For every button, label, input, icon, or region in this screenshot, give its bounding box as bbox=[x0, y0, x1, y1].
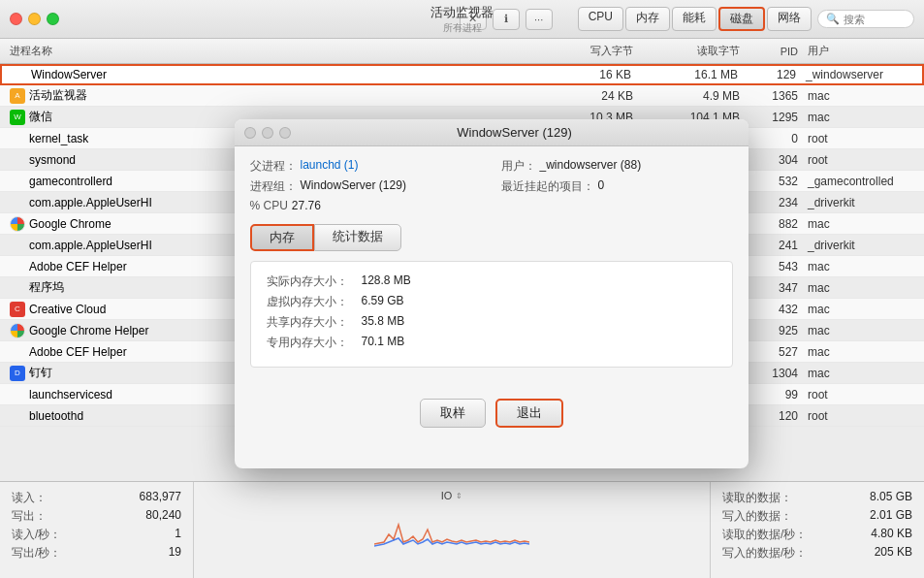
proc-pid-cell: 99 bbox=[749, 388, 808, 401]
bottom-right-row: 读取的数据：8.05 GB bbox=[722, 490, 912, 506]
proc-user-cell: root bbox=[808, 388, 914, 401]
bottom-right-row: 读取的数据/秒：4.80 KB bbox=[722, 527, 912, 543]
proc-pid-cell: 0 bbox=[749, 132, 808, 145]
app-subtitle: 所有进程 bbox=[430, 21, 494, 35]
table-row[interactable]: A 活动监视器 24 KB 4.9 MB 1365 mac bbox=[0, 85, 924, 107]
proc-name-text: Adobe CEF Helper bbox=[29, 260, 127, 273]
proc-name-text: 钉钉 bbox=[29, 365, 52, 381]
modal-close[interactable] bbox=[244, 127, 256, 139]
mem-value: 70.1 MB bbox=[362, 335, 405, 351]
proc-user-cell: root bbox=[808, 153, 914, 167]
proc-user-cell: mac bbox=[808, 367, 914, 380]
modal-minimize[interactable] bbox=[262, 127, 273, 139]
proc-user-cell: mac bbox=[808, 89, 914, 103]
modal-title-bar: WindowServer (129) bbox=[235, 119, 749, 146]
tab-memory[interactable]: 内存 bbox=[625, 7, 670, 31]
proc-pid-cell: 120 bbox=[749, 409, 808, 423]
io-sort-icon: ⇕ bbox=[456, 492, 462, 500]
bottom-right-label: 读取的数据： bbox=[722, 490, 792, 506]
header-read[interactable]: 读取字节 bbox=[643, 44, 749, 58]
modal-mem-row: 共享内存大小：35.8 MB bbox=[267, 314, 717, 331]
modal-mem-row: 实际内存大小：128.8 MB bbox=[267, 273, 717, 290]
close-button[interactable] bbox=[10, 13, 22, 25]
search-input[interactable] bbox=[844, 14, 911, 25]
title-bar: 活动监视器 所有进程 ✕ ℹ ··· CPU 内存 能耗 磁盘 网络 🔍 bbox=[0, 0, 924, 39]
bottom-left-value: 683,977 bbox=[140, 490, 181, 506]
modal-dialog[interactable]: WindowServer (129) 父进程： launchd (1) 用户： … bbox=[235, 119, 749, 468]
proc-pid-cell: 882 bbox=[749, 217, 808, 231]
search-box[interactable]: 🔍 bbox=[817, 10, 914, 28]
proc-pid-cell: 527 bbox=[749, 345, 808, 359]
minimize-button[interactable] bbox=[28, 13, 41, 25]
proc-user-cell: mac bbox=[808, 281, 914, 295]
sample-button[interactable]: 取样 bbox=[420, 399, 486, 428]
table-header: 进程名称 写入字节 读取字节 PID 用户 bbox=[0, 39, 924, 64]
tab-energy[interactable]: 能耗 bbox=[672, 7, 717, 31]
header-name[interactable]: 进程名称 bbox=[10, 44, 536, 58]
proc-name-text: com.apple.AppleUserHI bbox=[29, 239, 152, 252]
maximize-button[interactable] bbox=[47, 13, 59, 25]
modal-traffic-lights[interactable] bbox=[244, 127, 291, 139]
parent-process-link[interactable]: launchd (1) bbox=[301, 158, 359, 175]
proc-user-cell: mac bbox=[808, 345, 914, 359]
traffic-lights[interactable] bbox=[10, 13, 59, 25]
search-icon: 🔍 bbox=[826, 13, 840, 25]
app-title: 活动监视器 bbox=[430, 4, 494, 21]
tab-disk[interactable]: 磁盘 bbox=[718, 7, 765, 31]
proc-user-cell: mac bbox=[808, 324, 914, 337]
quit-button[interactable]: 退出 bbox=[495, 399, 563, 428]
proc-user-cell: mac bbox=[808, 217, 914, 231]
bottom-left: 读入：683,977写出：80,240读入/秒：1写出/秒：19 bbox=[0, 482, 194, 578]
modal-title: WindowServer (129) bbox=[291, 125, 739, 140]
header-write[interactable]: 写入字节 bbox=[536, 44, 643, 58]
modal-footer: 取样 退出 bbox=[235, 391, 749, 435]
proc-pid-cell: 1295 bbox=[749, 111, 808, 124]
bottom-right: 读取的数据：8.05 GB写入的数据：2.01 GB读取的数据/秒：4.80 K… bbox=[711, 482, 924, 578]
modal-maximize[interactable] bbox=[279, 127, 291, 139]
proc-user-cell: mac bbox=[808, 111, 914, 124]
bottom-left-value: 19 bbox=[169, 545, 181, 562]
tab-cpu[interactable]: CPU bbox=[578, 7, 623, 31]
header-pid[interactable]: PID bbox=[749, 46, 808, 57]
bottom-right-value: 205 KB bbox=[875, 545, 912, 562]
proc-user-cell: mac bbox=[808, 260, 914, 273]
proc-name-text: com.apple.AppleUserHI bbox=[29, 196, 152, 209]
bottom-left-row: 写出：80,240 bbox=[12, 508, 181, 525]
proc-read-cell: 16.1 MB bbox=[641, 68, 748, 81]
bottom-right-value: 8.05 GB bbox=[870, 490, 912, 506]
proc-pid-cell: 304 bbox=[749, 153, 808, 167]
bottom-left-row: 读入/秒：1 bbox=[12, 527, 181, 543]
bottom-right-label: 读取的数据/秒： bbox=[722, 527, 807, 543]
proc-name-text: Creative Cloud bbox=[29, 303, 106, 316]
modal-tab-stats[interactable]: 统计数据 bbox=[314, 224, 401, 251]
mem-label: 专用内存大小： bbox=[267, 335, 354, 351]
proc-name-text: sysmond bbox=[29, 153, 76, 167]
mem-label: 虚拟内存大小： bbox=[267, 294, 354, 310]
more-button[interactable]: ··· bbox=[526, 9, 553, 30]
modal-group: 进程组： WindowServer (129) bbox=[250, 178, 482, 195]
proc-write-cell: 24 KB bbox=[536, 89, 643, 103]
table-row[interactable]: WindowServer 16 KB 16.1 MB 129 _windowse… bbox=[0, 64, 924, 85]
proc-pid-cell: 925 bbox=[749, 324, 808, 337]
proc-pid-cell: 1304 bbox=[749, 367, 808, 380]
bottom-right-label: 写入的数据/秒： bbox=[722, 545, 807, 562]
bottom-right-value: 2.01 GB bbox=[870, 508, 912, 525]
toolbar-right: ✕ ℹ ··· CPU 内存 能耗 磁盘 网络 🔍 bbox=[460, 7, 914, 31]
proc-user-cell: _gamecontrolled bbox=[808, 175, 914, 188]
bottom-right-value: 4.80 KB bbox=[871, 527, 912, 543]
proc-name-text: bluetoothd bbox=[29, 409, 83, 423]
mem-label: 实际内存大小： bbox=[267, 273, 354, 290]
proc-write-cell: 16 KB bbox=[534, 68, 641, 81]
header-user[interactable]: 用户 bbox=[808, 44, 914, 58]
tab-network[interactable]: 网络 bbox=[767, 7, 812, 31]
proc-pid-cell: 129 bbox=[748, 68, 806, 81]
bottom-left-label: 写出/秒： bbox=[12, 545, 61, 562]
modal-user: 用户： _windowserver (88) bbox=[501, 158, 733, 175]
modal-tab-memory[interactable]: 内存 bbox=[250, 224, 314, 251]
proc-name-text: launchservicesd bbox=[29, 388, 112, 401]
proc-pid-cell: 532 bbox=[749, 175, 808, 188]
io-chart bbox=[374, 505, 529, 554]
proc-user-cell: root bbox=[808, 132, 914, 145]
modal-mem-row: 专用内存大小：70.1 MB bbox=[267, 335, 717, 351]
info-button[interactable]: ℹ bbox=[493, 9, 520, 30]
